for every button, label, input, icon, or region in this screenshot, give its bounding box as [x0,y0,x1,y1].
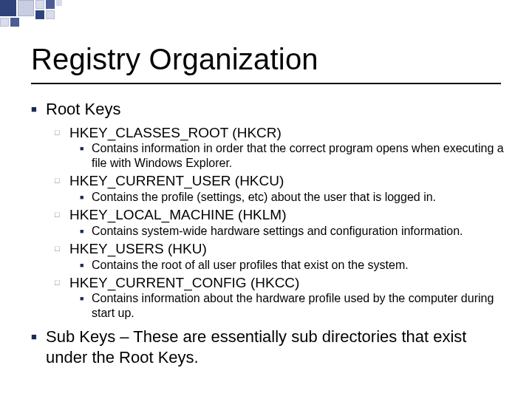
bullet-text: Contains the root of all user profiles t… [92,258,510,273]
slide-body: Root Keys HKEY_CLASSES_ROOT (HKCR) Conta… [31,99,510,372]
bullet-marker-icon [55,274,69,292]
bullet-l2: HKEY_LOCAL_MACHINE (HKLM) [55,206,510,224]
bullet-l3: Contains information about the hardware … [80,291,510,321]
bullet-text: Sub Keys – These are essentially sub dir… [46,327,510,367]
bullet-l3: Contains system-wide hardware settings a… [80,224,510,239]
bullet-l2: HKEY_CURRENT_USER (HKCU) [55,172,510,190]
bullet-marker-icon [31,327,46,367]
bullet-marker-icon [55,206,69,224]
bullet-marker-icon [55,124,69,142]
slide: Registry Organization Root Keys HKEY_CLA… [0,0,532,399]
bullet-marker-icon [80,224,92,239]
slide-title: Registry Organization [31,43,501,76]
title-underline [31,83,501,84]
decorative-squares [0,0,111,30]
bullet-marker-icon [80,141,92,171]
bullet-l2: HKEY_CLASSES_ROOT (HKCR) [55,124,510,142]
bullet-text: HKEY_LOCAL_MACHINE (HKLM) [69,206,510,224]
bullet-l3: Contains the profile (settings, etc) abo… [80,190,510,205]
bullet-text: HKEY_CLASSES_ROOT (HKCR) [69,124,510,142]
bullet-l1: Root Keys [31,99,510,120]
bullet-text: HKEY_CURRENT_CONFIG (HKCC) [69,274,510,292]
bullet-text: Root Keys [46,99,510,120]
bullet-marker-icon [55,240,69,258]
bullet-text: Contains information about the hardware … [92,291,510,321]
bullet-l2: HKEY_USERS (HKU) [55,240,510,258]
bullet-marker-icon [80,258,92,273]
bullet-marker-icon [80,190,92,205]
bullet-text: HKEY_USERS (HKU) [69,240,510,258]
bullet-l1: Sub Keys – These are essentially sub dir… [31,327,510,367]
bullet-marker-icon [31,99,46,120]
bullet-marker-icon [80,291,92,321]
bullet-text: Contains system-wide hardware settings a… [92,224,510,239]
bullet-text: HKEY_CURRENT_USER (HKCU) [69,172,510,190]
bullet-text: Contains the profile (settings, etc) abo… [92,190,510,205]
bullet-text: Contains information in order that the c… [92,141,510,171]
bullet-l3: Contains information in order that the c… [80,141,510,171]
bullet-l2: HKEY_CURRENT_CONFIG (HKCC) [55,274,510,292]
bullet-marker-icon [55,172,69,190]
bullet-l3: Contains the root of all user profiles t… [80,258,510,273]
